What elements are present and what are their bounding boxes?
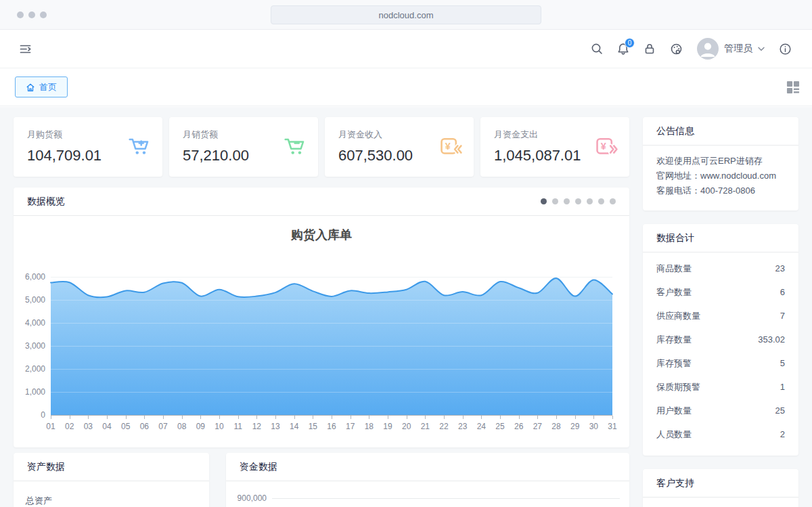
stat-card-row: 月购货额104,709.01月销货额57,210.00月资金收入607,530.…	[14, 117, 629, 177]
summary-row-value: 2	[780, 429, 785, 439]
x-axis-tick-label: 26	[514, 422, 523, 431]
summary-row-value: 353.02	[758, 334, 785, 345]
address-bar[interactable]: nodcloud.com	[271, 5, 541, 24]
summary-row-label: 供应商数量	[656, 310, 700, 322]
x-axis-tick-label: 18	[365, 422, 374, 431]
menu-unfold-icon[interactable]	[19, 43, 32, 56]
overview-pager-dot[interactable]	[610, 198, 616, 204]
summary-row-label: 保质期预警	[656, 381, 700, 393]
chevron-down-icon	[758, 47, 765, 51]
summary-row: 商品数量23	[643, 257, 798, 280]
fund-chart-y-tick: 900,000	[235, 493, 267, 503]
x-axis-tick-label: 15	[309, 422, 317, 431]
x-axis-tick-label: 25	[495, 422, 504, 431]
summary-row: 库存数量353.02	[643, 328, 798, 351]
data-summary-title: 数据合计	[656, 232, 694, 244]
yuan-out-icon: ¥	[595, 137, 618, 160]
y-axis-tick-label: 6,000	[14, 272, 45, 282]
summary-row-label: 商品数量	[656, 263, 692, 275]
summary-row: 用户数量25	[643, 399, 798, 422]
overview-pager-dot[interactable]	[552, 198, 558, 204]
overview-pager-dot[interactable]	[598, 198, 604, 204]
overview-pager-dot[interactable]	[541, 198, 547, 204]
user-menu[interactable]: 管理员	[697, 38, 765, 60]
stat-card: 月销货额57,210.00	[169, 117, 318, 177]
summary-row-label: 客户数量	[656, 286, 692, 299]
asset-item-label: 总资产	[14, 481, 209, 507]
stat-card: 月资金支出1,045,087.01¥	[480, 117, 629, 177]
data-summary-panel: 数据合计 商品数量23客户数量6供应商数量7库存数量353.02库存预警5保质期…	[643, 224, 798, 456]
layout-grid-icon[interactable]	[786, 81, 800, 94]
summary-row-value: 6	[780, 287, 785, 297]
x-axis-tick-label: 24	[477, 422, 486, 431]
overview-pager-dot[interactable]	[575, 198, 581, 204]
x-axis-tick-label: 06	[140, 422, 149, 431]
overview-panel: 数据概览 购货入库单 01,0002,0003,0004,0005,0006,0…	[14, 188, 629, 447]
y-axis-tick-label: 2,000	[14, 364, 45, 374]
tab-bar: 首页	[0, 68, 812, 106]
fund-panel-title: 资金数据	[240, 461, 277, 473]
support-panel-title: 客户支持	[656, 477, 694, 489]
x-axis-tick-label: 13	[271, 422, 279, 431]
svg-text:¥: ¥	[445, 141, 451, 152]
summary-row-value: 25	[775, 405, 785, 416]
notice-panel-title: 公告信息	[656, 125, 694, 137]
notification-badge: 0	[625, 38, 635, 48]
summary-row-label: 库存数量	[656, 334, 692, 346]
x-axis-tick-label: 28	[551, 422, 560, 431]
x-axis-tick-label: 11	[233, 422, 242, 431]
stat-card: 月资金收入607,530.00¥	[325, 117, 474, 177]
x-axis-tick-label: 09	[196, 422, 205, 431]
asset-panel-title: 资产数据	[27, 461, 65, 473]
tab-home[interactable]: 首页	[15, 76, 68, 97]
window-control-dots	[17, 12, 47, 18]
cart-minus-icon	[284, 137, 307, 160]
y-axis-tick-label: 1,000	[14, 387, 45, 397]
x-axis-tick-label: 14	[290, 422, 298, 431]
summary-row: 人员数量2	[643, 422, 798, 446]
search-icon[interactable]	[591, 43, 603, 55]
summary-row-value: 23	[775, 263, 785, 273]
y-axis-tick-label: 4,000	[14, 318, 45, 328]
purchase-area-chart	[51, 277, 612, 415]
chart-title: 购货入库单	[14, 227, 629, 243]
summary-row-value: 7	[780, 311, 785, 321]
x-axis-tick-label: 02	[65, 422, 74, 431]
tab-home-label: 首页	[39, 81, 57, 93]
fund-panel: 资金数据 900,000	[226, 453, 629, 507]
x-axis-tick-label: 07	[158, 422, 167, 431]
summary-row-label: 用户数量	[656, 405, 692, 417]
app-header: 0 管理员	[0, 30, 812, 68]
summary-row: 库存预警5	[643, 351, 798, 375]
overview-pager	[541, 198, 616, 204]
notice-panel: 公告信息 欢迎使用点可云ERP进销存官网地址：www.nodcloud.com客…	[643, 117, 798, 211]
x-axis-tick-label: 08	[177, 422, 186, 431]
info-icon[interactable]	[779, 43, 792, 56]
cart-plus-icon	[129, 137, 152, 160]
theme-palette-icon[interactable]	[670, 43, 683, 56]
notifications-bell-icon[interactable]: 0	[617, 43, 629, 55]
support-panel: 客户支持	[643, 469, 798, 507]
asset-panel: 资产数据 总资产	[14, 453, 209, 507]
x-axis-tick-label: 16	[327, 422, 336, 431]
summary-row-label: 库存预警	[656, 357, 692, 370]
x-axis-tick-label: 21	[421, 422, 430, 431]
x-axis-tick-label: 04	[102, 422, 111, 431]
notice-line: 客服电话：400-728-0806	[656, 183, 785, 198]
x-axis-tick-label: 12	[252, 422, 261, 431]
notice-body: 欢迎使用点可云ERP进销存官网地址：www.nodcloud.com客服电话：4…	[643, 146, 798, 206]
summary-row-value: 1	[780, 382, 785, 392]
x-axis-tick-label: 30	[589, 422, 598, 431]
y-axis-tick-label: 3,000	[14, 341, 45, 351]
overview-panel-title: 数据概览	[27, 196, 65, 208]
notice-line: 欢迎使用点可云ERP进销存	[656, 154, 785, 169]
lock-icon[interactable]	[644, 43, 656, 55]
svg-text:¥: ¥	[601, 141, 606, 152]
overview-pager-dot[interactable]	[564, 198, 570, 204]
x-axis-tick-label: 29	[570, 422, 579, 431]
x-axis-tick-label: 01	[46, 422, 55, 431]
browser-chrome: nodcloud.com	[0, 0, 812, 30]
overview-pager-dot[interactable]	[587, 198, 593, 204]
avatar	[697, 38, 719, 60]
x-axis-tick-label: 27	[533, 422, 542, 431]
